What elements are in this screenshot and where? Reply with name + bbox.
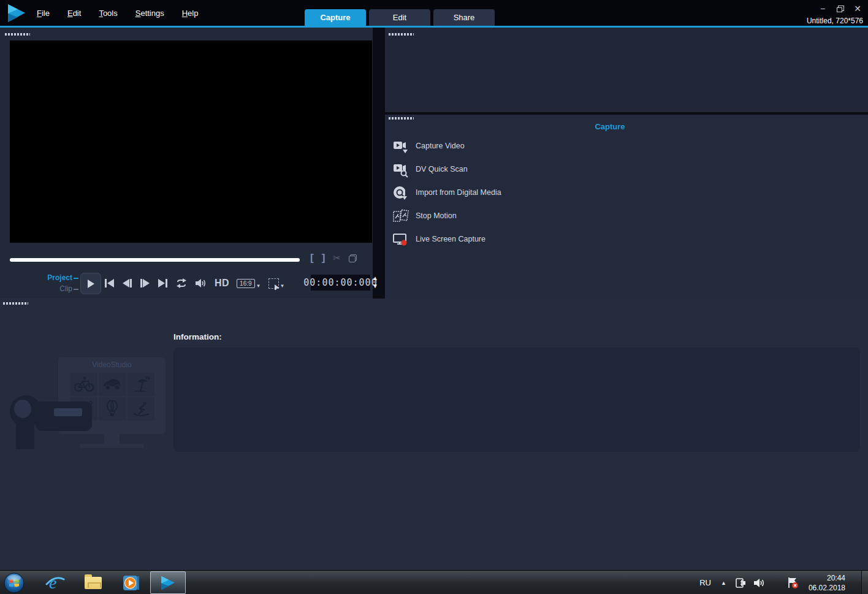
- illustration-title: VideoStudio: [58, 360, 166, 369]
- power-tray-icon[interactable]: [735, 577, 746, 588]
- videostudio-logo-icon: [6, 3, 28, 23]
- menu-edit[interactable]: Edit: [67, 9, 81, 18]
- videostudio-taskbar-button[interactable]: [150, 571, 186, 594]
- internet-explorer-button[interactable]: e: [44, 572, 66, 593]
- capture-option-label: DV Quick Scan: [416, 165, 468, 173]
- camcorder-viewfinder: [54, 408, 82, 416]
- volume-button[interactable]: [195, 278, 207, 288]
- window-controls: − ✕: [818, 4, 862, 13]
- aspect-ratio-button[interactable]: 16:9 ▼: [237, 279, 261, 288]
- svg-text:e: e: [49, 574, 56, 592]
- tray-date: 06.02.2018: [809, 584, 845, 592]
- tab-capture[interactable]: Capture: [305, 9, 366, 26]
- capture-option-label: Live Screen Capture: [416, 235, 485, 243]
- internet-explorer-icon: e: [45, 574, 65, 592]
- capture-option-label: Stop Motion: [416, 211, 457, 220]
- project-mode-label[interactable]: Project: [47, 273, 78, 282]
- capture-video-icon: [392, 138, 409, 154]
- clock[interactable]: 20:44 06.02.2018: [809, 573, 845, 593]
- chevron-down-icon: ▼: [280, 283, 285, 289]
- mark-out-icon[interactable]: ]: [322, 252, 326, 264]
- menu-bar: File Edit Tools Settings Help: [37, 0, 198, 26]
- capture-option-label: Capture Video: [416, 142, 465, 150]
- balloon-thumb-icon: [99, 397, 126, 421]
- videostudio-app-window: File Edit Tools Settings Help Capture Ed…: [0, 0, 868, 594]
- timecode-display[interactable]: 00:00:00:000: [311, 275, 370, 291]
- capture-area-tool-button[interactable]: ▼: [268, 278, 285, 289]
- monitor-base: [80, 444, 144, 448]
- show-hidden-icons-button[interactable]: ▲: [721, 580, 726, 586]
- aspect-ratio-value: 16:9: [237, 279, 254, 288]
- capture-panel-title: Capture: [385, 122, 835, 131]
- panel-drag-handle[interactable]: [5, 33, 30, 36]
- language-indicator[interactable]: RU: [699, 578, 711, 587]
- system-tray: RU ▲: [699, 571, 868, 594]
- live-screen-capture-option[interactable]: Live Screen Capture: [392, 227, 501, 251]
- action-center-icon[interactable]: [786, 577, 799, 589]
- menu-tools[interactable]: Tools: [99, 9, 117, 18]
- chevron-down-icon: ▼: [256, 283, 261, 289]
- play-icon: [86, 279, 96, 289]
- capture-video-option[interactable]: Capture Video: [392, 134, 501, 158]
- menu-settings[interactable]: Settings: [135, 9, 164, 18]
- mode-tabs: Capture Edit Share: [305, 9, 495, 26]
- scrubber-bar[interactable]: [10, 258, 300, 262]
- minimize-button[interactable]: −: [818, 4, 827, 13]
- hd-preview-button[interactable]: HD: [215, 278, 229, 289]
- start-button[interactable]: [3, 572, 25, 593]
- information-panel: [173, 348, 860, 452]
- windows-taskbar: e RU: [0, 570, 868, 594]
- split-clip-icon[interactable]: ✂: [333, 253, 341, 264]
- car-thumb-icon: [99, 373, 126, 396]
- mark-in-icon[interactable]: [: [310, 252, 314, 264]
- camcorder-grip: [16, 424, 34, 449]
- capture-options-panel: Capture Capture Video: [385, 115, 868, 299]
- capture-options-list: Capture Video DV Quick Scan: [392, 134, 501, 251]
- media-player-button[interactable]: [120, 572, 142, 593]
- camcorder-body: [36, 402, 92, 431]
- dv-quick-scan-icon: [392, 161, 409, 178]
- timecode-spinner: ▲ ▼: [372, 274, 378, 290]
- repeat-button[interactable]: [175, 278, 188, 288]
- tab-edit[interactable]: Edit: [369, 9, 430, 26]
- capture-option-label: Import from Digital Media: [416, 188, 501, 197]
- spinner-up-icon[interactable]: ▲: [372, 274, 378, 282]
- file-explorer-button[interactable]: [82, 572, 104, 593]
- media-player-icon: [122, 574, 140, 592]
- project-title: Untitled, 720*576: [807, 17, 863, 25]
- play-button[interactable]: [80, 273, 101, 294]
- menu-file[interactable]: File: [37, 9, 50, 18]
- enlarge-preview-icon[interactable]: [349, 254, 357, 262]
- show-desktop-button[interactable]: [861, 571, 868, 594]
- folder-icon: [85, 577, 102, 589]
- previous-frame-button[interactable]: [122, 278, 132, 288]
- import-digital-media-icon: [392, 185, 409, 201]
- volume-tray-icon[interactable]: [753, 578, 766, 588]
- beach-thumb-icon: [128, 373, 154, 396]
- panel-drag-handle[interactable]: [389, 117, 414, 120]
- panel-drag-handle[interactable]: [3, 302, 28, 305]
- live-screen-capture-icon: [392, 231, 409, 248]
- close-button[interactable]: ✕: [853, 4, 862, 13]
- tab-share[interactable]: Share: [433, 9, 495, 26]
- panel-drag-handle[interactable]: [389, 33, 414, 36]
- stop-motion-option[interactable]: Stop Motion: [392, 204, 501, 227]
- go-to-end-button[interactable]: [158, 278, 168, 288]
- stop-motion-icon: [392, 208, 409, 224]
- tray-time: 20:44: [827, 574, 845, 582]
- clip-mode-label[interactable]: Clip: [59, 284, 78, 293]
- restore-button[interactable]: [837, 6, 843, 12]
- dv-quick-scan-option[interactable]: DV Quick Scan: [392, 158, 501, 181]
- preview-panel: [ ] ✂ Project Clip: [0, 28, 373, 299]
- videostudio-icon: [159, 575, 177, 591]
- videostudio-illustration: VideoStudio: [6, 357, 172, 449]
- spinner-down-icon[interactable]: ▼: [372, 282, 378, 290]
- go-to-start-button[interactable]: [104, 278, 115, 288]
- menu-help[interactable]: Help: [182, 9, 199, 18]
- information-section: VideoStudio: [0, 299, 868, 570]
- next-frame-button[interactable]: [140, 278, 150, 288]
- capture-settings-panel: [385, 28, 868, 112]
- information-label: Information:: [173, 332, 222, 341]
- import-digital-media-option[interactable]: Import from Digital Media: [392, 181, 501, 204]
- transport-controls: HD 16:9 ▼ ▼: [104, 273, 284, 294]
